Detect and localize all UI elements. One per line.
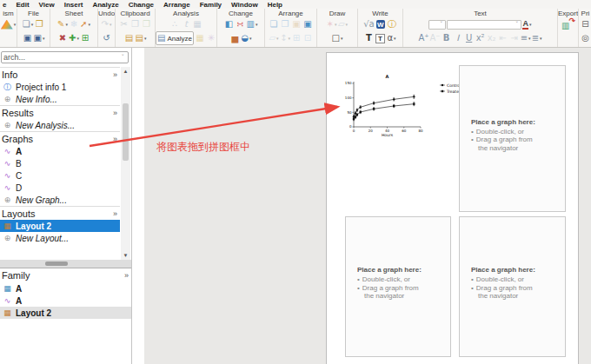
lock-icon[interactable]: ▣: [291, 18, 302, 30]
interleave-icon[interactable]: ▅: [229, 32, 240, 44]
underline-button[interactable]: U: [464, 32, 475, 44]
dropdown-caret-icon[interactable]: ▾: [88, 22, 90, 27]
nav-item-new-graph[interactable]: ⊕New Graph...: [0, 194, 120, 206]
dropdown-caret-icon[interactable]: ▾: [288, 36, 290, 41]
line-spacing-button[interactable]: ≣▾: [532, 32, 542, 44]
t-test-icon[interactable]: t: [181, 18, 191, 30]
frame-icon[interactable]: ▣: [302, 18, 313, 30]
nav-item-project-info-1[interactable]: ⓘProject info 1: [0, 81, 120, 93]
subscript-button[interactable]: x₂: [487, 32, 497, 44]
dropdown-caret-icon[interactable]: ▾: [341, 36, 343, 41]
nav-section-graphs[interactable]: Graphs»: [0, 131, 120, 145]
dropdown-caret-icon[interactable]: ▾: [256, 22, 258, 27]
dropdown-caret-icon[interactable]: ▾: [144, 36, 147, 41]
align-objects-icon[interactable]: ⊞: [291, 32, 302, 44]
pin-sheet-icon[interactable]: ➚▾: [80, 18, 90, 30]
text-box-icon[interactable]: T: [375, 32, 386, 44]
nav-item-new-analysis[interactable]: ⊕New Analysis...: [0, 119, 120, 131]
nav-section-layouts[interactable]: Layouts»: [0, 206, 120, 220]
dropdown-caret-icon[interactable]: ▾: [529, 22, 532, 27]
dropdown-caret-icon[interactable]: ▾: [540, 36, 542, 41]
send-backward-icon[interactable]: ❐: [280, 18, 290, 30]
nav-item-b[interactable]: ∿B: [0, 157, 120, 169]
dropdown-caret-icon[interactable]: ▾: [346, 22, 349, 27]
export-image-button[interactable]: ▥↷: [561, 18, 574, 30]
text-tool-icon[interactable]: T: [364, 32, 375, 44]
family-header[interactable]: Family »: [0, 268, 131, 282]
dropdown-caret-icon[interactable]: ▾: [276, 36, 279, 41]
nav-item-a[interactable]: ∿A: [0, 295, 131, 307]
results-table-icon[interactable]: ▦: [192, 18, 203, 30]
horizontal-scroll-thumb[interactable]: [45, 261, 68, 266]
dropdown-caret-icon[interactable]: ▾: [31, 22, 34, 27]
increase-font-icon[interactable]: A⁺: [418, 32, 428, 44]
linked-table-icon[interactable]: ▦: [195, 32, 205, 44]
menu-item-view[interactable]: View: [39, 1, 55, 9]
menu-item-insert[interactable]: Insert: [64, 1, 83, 9]
section-expand-icon[interactable]: »: [113, 209, 117, 218]
redo-icon[interactable]: ↷▾: [102, 18, 112, 30]
word-export-icon[interactable]: W: [375, 18, 386, 30]
nav-item-layout-2[interactable]: ▦Layout 2: [0, 307, 131, 319]
section-expand-icon[interactable]: »: [124, 271, 129, 280]
dropdown-caret-icon[interactable]: ▾: [335, 22, 337, 27]
dropdown-caret-icon[interactable]: ▾: [110, 22, 112, 27]
recolor-icon[interactable]: ∺: [236, 18, 246, 30]
nav-item-new-info[interactable]: ⊕New Info...: [0, 93, 120, 105]
combo-dropdown-icon[interactable]: ˅: [515, 22, 519, 28]
equation-icon[interactable]: √a: [363, 18, 375, 30]
superscript-button[interactable]: x²: [475, 32, 486, 44]
section-expand-icon[interactable]: »: [113, 135, 117, 143]
greek-icon[interactable]: α▾: [387, 32, 397, 44]
scroll-down-icon[interactable]: ▼: [121, 251, 130, 260]
search-input[interactable]: arch... ˅: [1, 51, 129, 63]
copy-icon[interactable]: ❐: [130, 18, 141, 30]
color-scheme-icon[interactable]: ◒▾: [241, 32, 251, 44]
menu-item-edit[interactable]: Edit: [16, 1, 29, 9]
font-size-select[interactable]: ˅: [428, 20, 446, 30]
nav-item-layout-2[interactable]: ▦Layout 2: [0, 220, 120, 232]
decrease-font-icon[interactable]: A⁻: [430, 32, 441, 44]
section-expand-icon[interactable]: »: [113, 109, 117, 117]
graph-placeholder[interactable]: Place a graph here: •Double-click, or •D…: [345, 216, 451, 357]
dropdown-caret-icon[interactable]: ▾: [249, 36, 252, 41]
nav-item-c[interactable]: ∿C: [0, 169, 120, 182]
prism-logo[interactable]: ▾: [1, 18, 17, 30]
analyze-button[interactable]: ▤Analyze: [156, 31, 194, 45]
menu-item-help[interactable]: Help: [268, 1, 282, 9]
wizard-icon[interactable]: ✳: [206, 32, 216, 44]
print-button[interactable]: ⊟: [581, 18, 591, 30]
nav-item-d[interactable]: ∿D: [0, 182, 120, 194]
rename-sheet-icon[interactable]: ✎▾: [57, 18, 68, 30]
menu-item-analyze[interactable]: Analyze: [92, 1, 118, 9]
duplicate-icon[interactable]: ❐: [142, 18, 152, 30]
nav-item-new-layout[interactable]: ⊕New Layout...: [0, 232, 120, 244]
bold-button[interactable]: B: [442, 32, 452, 44]
scroll-up-icon[interactable]: ▲: [121, 67, 130, 76]
save-icon[interactable]: ▣: [23, 32, 33, 44]
dropdown-caret-icon[interactable]: ▾: [76, 36, 79, 41]
draw-star-icon[interactable]: ✶▾: [327, 18, 337, 30]
layout-graph-a[interactable]: A020406080050100150HoursControlTreated: [342, 70, 473, 140]
snap-icon[interactable]: ⊡: [302, 32, 313, 44]
graph-placeholder[interactable]: Place a graph here: •Double-click, or •D…: [459, 216, 566, 357]
vertical-scroll-thumb[interactable]: [123, 103, 129, 161]
plot-analysis-icon[interactable]: ∴: [169, 18, 180, 30]
graph-format-icon[interactable]: ▥▾: [247, 18, 258, 30]
nav-item-a[interactable]: ∿A: [0, 145, 120, 157]
combo-dropdown-icon[interactable]: ˅: [440, 22, 443, 28]
menu-item-change[interactable]: Change: [129, 1, 154, 9]
delete-sheet-icon[interactable]: ✖: [57, 32, 68, 44]
group-icon[interactable]: ▱▾: [269, 32, 279, 44]
dropdown-caret-icon[interactable]: ▾: [43, 36, 45, 41]
save-as-icon[interactable]: ▣▾: [34, 32, 45, 44]
distribute-icon[interactable]: ↕▾: [280, 32, 290, 44]
align-text-button[interactable]: ≡▾: [521, 32, 531, 44]
kerning-decrease-icon[interactable]: ⇤: [498, 32, 508, 44]
search-dropdown-icon[interactable]: ˅: [122, 55, 125, 61]
font-family-select[interactable]: ˅: [447, 20, 521, 30]
print-preview-button[interactable]: ◎: [581, 32, 591, 44]
edit-graph-icon[interactable]: ◧: [224, 18, 235, 30]
freeze-sheet-icon[interactable]: ❄: [69, 18, 79, 30]
bring-forward-icon[interactable]: ❏: [269, 18, 279, 30]
